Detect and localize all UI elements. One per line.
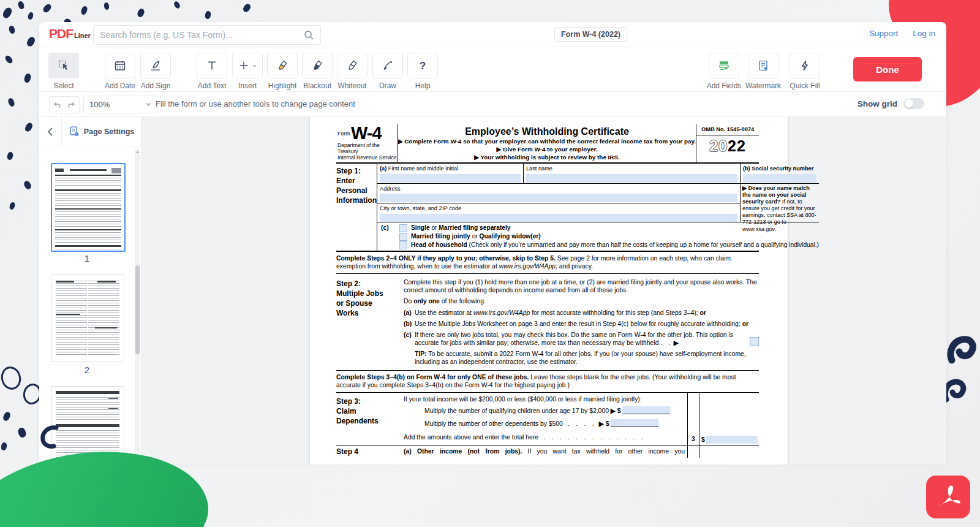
- page-thumbnail-1[interactable]: [51, 163, 126, 252]
- row-text: Add the amounts above and enter the tota…: [404, 434, 538, 441]
- head-of-household-checkbox[interactable]: [399, 241, 407, 249]
- highlight-icon: [276, 59, 288, 72]
- select-icon: [58, 59, 70, 72]
- address-input[interactable]: [380, 194, 737, 202]
- toggle-knob: [905, 99, 913, 108]
- pages-sidebar: Page Settings 1: [39, 117, 141, 464]
- dot-leader: . . . . . . . . . . . . .: [540, 434, 643, 441]
- dollar-sign: $: [606, 420, 609, 427]
- page-number-1[interactable]: 1: [51, 253, 123, 264]
- pdf-logo-badge: [926, 476, 970, 518]
- search-input[interactable]: [94, 30, 303, 40]
- zoom-select[interactable]: 100%: [83, 96, 158, 113]
- add-date-tool-button[interactable]: Add Date: [105, 53, 135, 90]
- city-input[interactable]: [380, 214, 737, 222]
- search-icon[interactable]: [303, 29, 314, 40]
- tip-bold: TIP:: [415, 351, 427, 357]
- last-name-input[interactable]: [526, 174, 737, 183]
- step4-bold: (a) Other income (not from jobs).: [404, 448, 522, 455]
- form-word: Form: [337, 131, 350, 137]
- add-text-tool-button[interactable]: Add Text: [197, 53, 227, 90]
- dept-line: Internal Revenue Service: [337, 155, 398, 161]
- sidebar-scrollbar[interactable]: ▲ ▼: [135, 149, 140, 462]
- add-fields-icon: [718, 59, 730, 72]
- redo-button[interactable]: [64, 96, 80, 113]
- line4-number: [687, 445, 699, 458]
- step2-option-c: (c) If there are only two jobs total, yo…: [404, 331, 759, 347]
- single-checkbox[interactable]: [399, 224, 407, 232]
- add-sign-tool-button[interactable]: Add Sign: [141, 53, 170, 90]
- page-number-2[interactable]: 2: [51, 365, 123, 375]
- done-button[interactable]: Done: [853, 57, 922, 82]
- collapse-sidebar-button[interactable]: [39, 117, 62, 146]
- watermark-button[interactable]: Watermark: [748, 53, 778, 90]
- option-tag: (b): [404, 320, 412, 328]
- first-name-input[interactable]: [380, 174, 521, 183]
- show-grid-toggle[interactable]: [903, 98, 924, 109]
- step1-title-line: Information: [336, 195, 377, 205]
- step2-section: Step 2: Multiple Jobs or Spouse Works Co…: [336, 274, 759, 371]
- quick-fill-button[interactable]: Quick Fill: [790, 53, 820, 90]
- help-tool-button[interactable]: ? Help: [408, 53, 437, 90]
- tool-label: Watermark: [745, 82, 781, 90]
- filing-status-option: Married filing jointly or Qualifying wid…: [399, 232, 819, 241]
- page-settings-icon: [69, 126, 80, 137]
- step3-label: Step 3:: [336, 396, 404, 406]
- thumbnail-preview: [55, 167, 121, 248]
- insert-tool-button[interactable]: Insert: [233, 53, 262, 90]
- quick-fill-icon: [799, 59, 811, 72]
- form-bullet: ▶ Your withholding is subject to review …: [398, 154, 696, 162]
- undo-button[interactable]: [49, 96, 66, 113]
- page-settings-button[interactable]: Page Settings: [62, 126, 141, 137]
- select-tool-button[interactable]: Select: [49, 53, 78, 90]
- arrow-glyph: ▶: [599, 420, 604, 427]
- blackout-tool-button[interactable]: Blackout: [303, 53, 332, 90]
- do-text: of the following.: [440, 298, 486, 305]
- sidebar-header: Page Settings: [39, 117, 141, 146]
- step3-dependents-row: Multiply the number of other dependents …: [424, 419, 684, 428]
- tool-label: Whiteout: [337, 82, 366, 90]
- option-tag: (c): [404, 331, 412, 339]
- step1-title-line: Personal: [336, 186, 377, 195]
- steps-3-4b-note: Complete Steps 3–4(b) on Form W-4 for on…: [336, 371, 759, 393]
- watermark-icon: [757, 59, 769, 72]
- last-name-label: Last name: [526, 165, 552, 172]
- option-tag: (a): [404, 309, 412, 317]
- draw-icon: [382, 59, 394, 72]
- draw-tool-button[interactable]: Draw: [373, 53, 402, 90]
- note-bold: Complete Steps 3–4(b) on Form W-4 for on…: [336, 374, 529, 381]
- navy-crescent-decoration: [38, 423, 62, 450]
- page-thumbnail-2[interactable]: [51, 275, 124, 362]
- dependents-amount-input[interactable]: [611, 419, 658, 427]
- option-text: Use the estimator at: [415, 309, 473, 316]
- page-settings-label: Page Settings: [84, 127, 135, 136]
- step2-option-a: (a) Use the estimator at www.irs.gov/W4A…: [404, 309, 759, 317]
- blackout-icon: [311, 59, 323, 72]
- highlight-tool-button[interactable]: Highlight: [268, 53, 297, 90]
- tool-label: Highlight: [268, 82, 297, 90]
- show-grid-control: Show grid: [858, 98, 924, 109]
- married-jointly-checkbox[interactable]: [399, 233, 407, 241]
- children-amount-input[interactable]: [622, 406, 670, 414]
- note-url: www.irs.gov/W4App: [499, 263, 556, 270]
- tool-label: Select: [53, 82, 74, 90]
- total-amount-input[interactable]: [706, 436, 758, 444]
- dollar-sign: $: [701, 436, 705, 444]
- scrollbar-thumb[interactable]: [135, 265, 140, 354]
- calendar-icon: [114, 59, 126, 72]
- search-box[interactable]: [93, 25, 321, 45]
- w4-header: Form W-4 Department of the Treasury Inte…: [336, 124, 759, 164]
- step2-do-line: Do only one of the following.: [404, 297, 759, 305]
- whiteout-tool-button[interactable]: Whiteout: [337, 53, 367, 90]
- document-title-chip: Form W-4 (2022): [554, 27, 627, 42]
- support-link[interactable]: Support: [869, 29, 898, 38]
- form-name: W-4: [351, 122, 382, 145]
- two-jobs-checkbox[interactable]: [750, 337, 759, 346]
- scroll-up-arrow[interactable]: ▲: [135, 149, 140, 155]
- add-fields-button[interactable]: Add Fields: [709, 53, 739, 90]
- login-link[interactable]: Log in: [913, 29, 935, 38]
- arrow-glyph: ▶: [674, 339, 679, 346]
- form-title: Employee’s Withholding Certificate: [398, 126, 696, 138]
- pdfliner-logo[interactable]: PDF Liner: [49, 26, 91, 41]
- ssn-input[interactable]: [743, 174, 816, 183]
